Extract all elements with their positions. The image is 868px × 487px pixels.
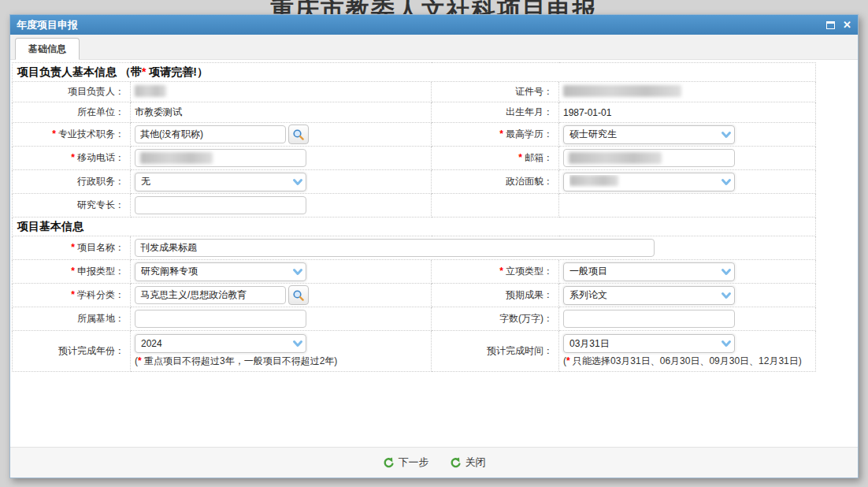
field-value-apply-type: 研究阐释专项 [131, 260, 432, 284]
row-base-words: 所属基地： 字数(万字)： [13, 307, 816, 331]
tech-title-lookup-button[interactable] [288, 125, 309, 144]
finish-date-select[interactable]: 03月31日 [563, 334, 735, 353]
field-label-cert: 证件号： [432, 82, 559, 102]
apply-type-select[interactable]: 研究阐释专项 [135, 262, 306, 281]
required-star: * [499, 128, 503, 139]
field-label-degree: *最高学历： [432, 123, 559, 147]
field-value-base [131, 307, 432, 331]
row-year-date: 预计完成年份： 2024 (* 重点项目不得超过3年，一般项目不得超过2年) 预… [13, 331, 816, 372]
field-label-specialty: 研究专长： [13, 194, 131, 217]
base-input[interactable] [135, 310, 306, 328]
expected-result-select[interactable]: 系列论文 [563, 286, 735, 305]
row-org-birth: 所在单位： 市教委测试 出生年月： 1987-01-01 [13, 102, 816, 123]
row-mobile-email: *移动电话： *邮箱： [13, 147, 816, 170]
finish-year-select[interactable]: 2024 [135, 334, 306, 353]
field-label-political: 政治面貌： [432, 170, 559, 194]
close-button-label: 关闭 [466, 455, 486, 470]
magnifier-icon [292, 289, 305, 302]
required-star: * [518, 152, 522, 163]
chevron-down-icon [291, 266, 304, 278]
field-value-admin: 无 [131, 170, 432, 194]
field-value-subject [131, 284, 432, 307]
dialog-title: 年度项目申报 [17, 18, 78, 32]
required-star: * [52, 128, 56, 139]
required-star: * [71, 266, 75, 277]
field-value-degree: 硕士研究生 [559, 123, 816, 147]
person-heading-text: 项目负责人基本信息 （带 [17, 65, 142, 78]
field-value-date: 03月31日 (* 只能选择03月31日、06月30日、09月30日、12月31… [559, 331, 816, 372]
next-step-label: 下一步 [399, 455, 429, 470]
field-value-tech-title [131, 123, 432, 147]
field-label-email: *邮箱： [432, 147, 559, 170]
row-specialty: 研究专长： [13, 194, 816, 217]
field-value-org: 市教委测试 [131, 102, 432, 123]
field-value-email [559, 147, 816, 170]
field-label-date: 预计完成时间： [432, 331, 559, 372]
maximize-icon[interactable] [826, 21, 835, 29]
magnifier-icon [292, 128, 305, 141]
row-admin-political: 行政职务： 无 政治面貌： [13, 170, 816, 194]
required-star: * [71, 289, 75, 300]
field-value-birth: 1987-01-01 [559, 102, 816, 123]
close-icon[interactable]: ✕ [843, 20, 851, 30]
field-value-words [559, 307, 816, 331]
field-label-project-name: *项目名称： [13, 236, 131, 260]
field-value-expected: 系列论文 [559, 284, 816, 307]
tab-basic-info[interactable]: 基础信息 [15, 38, 80, 60]
redacted-cert-number [563, 85, 681, 97]
field-label-mobile: *移动电话： [13, 147, 131, 170]
chevron-down-icon [291, 337, 304, 350]
row-leader-cert: 项目负责人： 证件号： [13, 82, 816, 102]
chevron-down-icon [720, 337, 733, 350]
project-type-select[interactable]: 一般项目 [563, 262, 735, 281]
redacted-mobile [140, 152, 213, 164]
person-heading-suffix: 项请完善!） [146, 65, 208, 78]
next-step-button[interactable]: 下一步 [383, 455, 429, 470]
email-input[interactable] [563, 149, 735, 167]
field-value-mobile [131, 147, 432, 170]
tech-title-input[interactable] [135, 125, 286, 143]
row-title-degree: *专业技术职务： *最高学历： 硕士研究生 [13, 123, 816, 147]
section-heading-project: 项目基本信息 [13, 217, 816, 236]
field-label-base: 所属基地： [13, 307, 131, 331]
close-button[interactable]: 关闭 [450, 455, 486, 470]
political-status-select[interactable] [563, 173, 735, 191]
field-label-subject: *学科分类： [13, 284, 131, 307]
chevron-down-icon [720, 128, 733, 141]
date-note: (* 只能选择03月31日、06月30日、09月30日、12月31日) [563, 355, 811, 368]
field-label-words: 字数(万字)： [432, 307, 559, 331]
dialog-annual-project-application: 年度项目申报 ✕ 基础信息 项目负责人基本信息 （带* 项请完善!） 项目负责人… [9, 14, 859, 478]
mobile-input[interactable] [135, 149, 306, 167]
field-value-project-name [131, 236, 816, 260]
row-subject-expected: *学科分类： 预期成果： 系列论文 [13, 284, 816, 307]
field-label-birth: 出生年月： [432, 102, 559, 123]
word-count-input[interactable] [563, 310, 735, 328]
green-arrow-icon [450, 457, 462, 469]
field-value-specialty [131, 194, 432, 217]
empty-cell [559, 194, 816, 217]
specialty-input[interactable] [135, 196, 306, 214]
field-label-expected: 预期成果： [432, 284, 559, 307]
admin-post-select[interactable]: 无 [135, 173, 306, 191]
section-heading-person: 项目负责人基本信息 （带* 项请完善!） [13, 63, 816, 82]
redacted-email [569, 152, 662, 164]
degree-select[interactable]: 硕士研究生 [563, 125, 735, 144]
application-form-table: 项目负责人基本信息 （带* 项请完善!） 项目负责人： 证件号： 所在单位： 市… [12, 62, 816, 372]
year-note: (* 重点项目不得超过3年，一般项目不得超过2年) [135, 355, 427, 368]
subject-input[interactable] [135, 286, 286, 304]
field-value-leader [131, 82, 432, 102]
dialog-titlebar[interactable]: 年度项目申报 ✕ [10, 15, 858, 35]
project-name-input[interactable] [135, 239, 655, 257]
tab-strip: 基础信息 [10, 35, 858, 60]
required-star: * [499, 266, 503, 277]
chevron-down-icon [720, 266, 733, 278]
field-label-project-type: *立项类型： [432, 260, 559, 284]
row-apply-project-type: *申报类型： 研究阐释专项 *立项类型： 一般项目 [13, 260, 816, 284]
field-label-year: 预计完成年份： [13, 331, 131, 372]
field-label-leader: 项目负责人： [13, 82, 131, 102]
field-label-org: 所在单位： [13, 102, 131, 123]
required-star: * [71, 152, 75, 163]
subject-lookup-button[interactable] [288, 285, 309, 305]
required-star: * [71, 242, 75, 253]
field-label-admin: 行政职务： [13, 170, 131, 194]
